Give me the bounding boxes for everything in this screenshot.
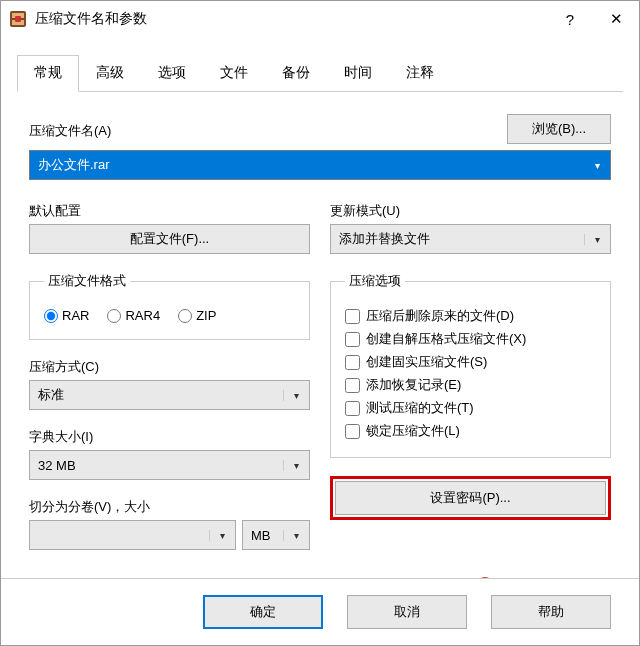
format-rar4[interactable]: RAR4 xyxy=(107,308,160,323)
svg-rect-3 xyxy=(15,16,21,22)
titlebar: 压缩文件名和参数 ? ✕ xyxy=(1,1,639,37)
method-select[interactable]: 标准 ▾ xyxy=(29,380,310,410)
tab-advanced[interactable]: 高级 xyxy=(79,55,141,92)
help-button[interactable]: ? xyxy=(547,3,593,35)
options-legend: 压缩选项 xyxy=(345,272,405,290)
tab-time[interactable]: 时间 xyxy=(327,55,389,92)
method-label: 压缩方式(C) xyxy=(29,358,310,376)
help-button-bottom[interactable]: 帮助 xyxy=(491,595,611,629)
profiles-button[interactable]: 配置文件(F)... xyxy=(29,224,310,254)
winrar-icon xyxy=(9,10,27,28)
archive-name-input[interactable]: 办公文件.rar ▾ xyxy=(29,150,611,180)
opt-lock[interactable]: 锁定压缩文件(L) xyxy=(345,422,596,440)
browse-button[interactable]: 浏览(B)... xyxy=(507,114,611,144)
window-controls: ? ✕ xyxy=(547,3,639,35)
tab-backup[interactable]: 备份 xyxy=(265,55,327,92)
format-zip[interactable]: ZIP xyxy=(178,308,216,323)
close-button[interactable]: ✕ xyxy=(593,3,639,35)
chevron-down-icon: ▾ xyxy=(584,160,610,171)
ok-button[interactable]: 确定 xyxy=(203,595,323,629)
dialog-buttons: 确定 取消 帮助 xyxy=(1,578,639,645)
dict-label: 字典大小(I) xyxy=(29,428,310,446)
format-legend: 压缩文件格式 xyxy=(44,272,130,290)
chevron-down-icon: ▾ xyxy=(584,234,610,245)
update-mode-select[interactable]: 添加并替换文件 ▾ xyxy=(330,224,611,254)
cancel-button[interactable]: 取消 xyxy=(347,595,467,629)
tab-files[interactable]: 文件 xyxy=(203,55,265,92)
dialog-window: 压缩文件名和参数 ? ✕ 常规 高级 选项 文件 备份 时间 注释 压缩文件名(… xyxy=(0,0,640,646)
archive-name-label: 压缩文件名(A) xyxy=(29,122,499,140)
opt-recovery[interactable]: 添加恢复记录(E) xyxy=(345,376,596,394)
opt-sfx[interactable]: 创建自解压格式压缩文件(X) xyxy=(345,330,596,348)
split-label: 切分为分卷(V)，大小 xyxy=(29,498,310,516)
chevron-down-icon: ▾ xyxy=(283,460,309,471)
dict-select[interactable]: 32 MB ▾ xyxy=(29,450,310,480)
opt-test[interactable]: 测试压缩的文件(T) xyxy=(345,399,596,417)
opt-delete-after[interactable]: 压缩后删除原来的文件(D) xyxy=(345,307,596,325)
opt-solid[interactable]: 创建固实压缩文件(S) xyxy=(345,353,596,371)
chevron-down-icon: ▾ xyxy=(283,390,309,401)
chevron-down-icon: ▾ xyxy=(283,530,309,541)
set-password-highlight: 设置密码(P)... xyxy=(330,476,611,520)
chevron-down-icon: ▾ xyxy=(209,530,235,541)
tab-comment[interactable]: 注释 xyxy=(389,55,451,92)
tab-options[interactable]: 选项 xyxy=(141,55,203,92)
set-password-button[interactable]: 设置密码(P)... xyxy=(335,481,606,515)
update-mode-label: 更新模式(U) xyxy=(330,202,611,220)
split-size-input[interactable]: ▾ xyxy=(29,520,236,550)
default-profile-label: 默认配置 xyxy=(29,202,310,220)
format-rar[interactable]: RAR xyxy=(44,308,89,323)
dialog-title: 压缩文件名和参数 xyxy=(35,10,547,28)
split-unit-select[interactable]: MB ▾ xyxy=(242,520,310,550)
tab-content: 压缩文件名(A) 浏览(B)... 办公文件.rar ▾ 默认配置 配置文件(F… xyxy=(1,92,639,590)
format-group: 压缩文件格式 RAR RAR4 ZIP xyxy=(29,272,310,340)
options-group: 压缩选项 压缩后删除原来的文件(D) 创建自解压格式压缩文件(X) 创建固实压缩… xyxy=(330,272,611,458)
tab-strip: 常规 高级 选项 文件 备份 时间 注释 xyxy=(17,55,623,92)
tab-general[interactable]: 常规 xyxy=(17,55,79,92)
